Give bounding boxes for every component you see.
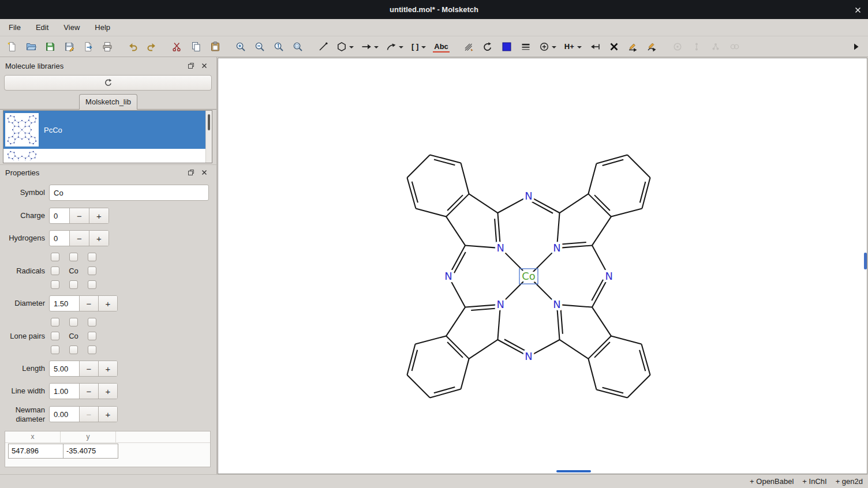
new-file-button[interactable] bbox=[5, 39, 20, 55]
radical-checkbox[interactable] bbox=[88, 266, 96, 275]
drawing-canvas[interactable]: NNNNNNNNCo bbox=[218, 58, 867, 474]
menu-help[interactable]: Help bbox=[87, 20, 118, 35]
lone-pair-checkbox[interactable] bbox=[88, 346, 96, 354]
diameter-increment-button[interactable]: + bbox=[98, 296, 117, 311]
tab-molsketch-lib[interactable]: Molsketch_lib bbox=[79, 94, 137, 110]
ring-tool-button[interactable] bbox=[335, 39, 356, 55]
line-width-increment-button[interactable]: + bbox=[98, 384, 117, 399]
mechanism-arrow-button[interactable] bbox=[384, 39, 405, 55]
copy-button[interactable] bbox=[189, 39, 204, 55]
length-value[interactable]: 5.00 bbox=[50, 361, 79, 376]
ring-pair-disabled-button[interactable] bbox=[727, 39, 742, 55]
draw-bond-button[interactable] bbox=[316, 39, 331, 55]
color-swatch-button[interactable] bbox=[499, 39, 514, 55]
draw-mechanism-button[interactable] bbox=[626, 39, 641, 55]
lone-pair-checkbox[interactable] bbox=[51, 332, 59, 340]
radical-checkbox[interactable] bbox=[51, 280, 59, 289]
edit-mechanism-button[interactable] bbox=[645, 39, 660, 55]
bracket-tool-dropdown-arrow[interactable] bbox=[420, 43, 426, 51]
save-as-button[interactable] bbox=[62, 39, 77, 55]
print-button[interactable] bbox=[100, 39, 115, 55]
charge-tool-dropdown-arrow[interactable] bbox=[550, 43, 557, 51]
symbol-input[interactable] bbox=[49, 185, 209, 201]
canvas-horizontal-scrollbar-thumb[interactable] bbox=[556, 470, 591, 472]
paste-button[interactable] bbox=[208, 39, 223, 55]
rotate-tool-button[interactable] bbox=[480, 39, 495, 55]
newman-increment-button[interactable]: + bbox=[98, 407, 117, 422]
zoom-in-button[interactable] bbox=[233, 39, 248, 55]
arrow-tool-dropdown-arrow[interactable] bbox=[372, 43, 379, 51]
charge-value[interactable]: 0 bbox=[50, 208, 69, 223]
lone-pair-checkbox[interactable] bbox=[51, 346, 59, 354]
lone-pair-checkbox[interactable] bbox=[88, 332, 96, 340]
close-icon bbox=[855, 7, 861, 13]
coord-x-cell[interactable]: 547.896 bbox=[8, 444, 63, 459]
menu-file[interactable]: File bbox=[1, 20, 28, 35]
optimize-disabled-button[interactable] bbox=[670, 39, 685, 55]
hydrogens-increment-button[interactable]: + bbox=[89, 231, 108, 246]
line-width-button[interactable] bbox=[518, 39, 533, 55]
save-file-button[interactable] bbox=[43, 39, 58, 55]
lone-pair-checkbox[interactable] bbox=[51, 318, 59, 326]
newman-decrement-button[interactable]: − bbox=[79, 407, 98, 422]
newman-diameter-value[interactable]: 0.00 bbox=[50, 407, 79, 422]
library-scrollbar[interactable] bbox=[205, 111, 212, 163]
text-tool-button[interactable]: Abc bbox=[432, 39, 451, 55]
mechanism-arrow-dropdown-arrow[interactable] bbox=[397, 43, 404, 51]
hydrogens-value[interactable]: 0 bbox=[50, 231, 69, 246]
toolbar-extender-button[interactable] bbox=[848, 39, 863, 55]
hydrogen-tool-button[interactable]: H+ bbox=[562, 39, 583, 55]
align-tool-button[interactable] bbox=[588, 39, 603, 55]
hatch-tool-button[interactable] bbox=[461, 39, 476, 55]
hydrogens-decrement-button[interactable]: − bbox=[69, 231, 89, 246]
hydrogen-tool-dropdown-arrow[interactable] bbox=[575, 43, 582, 51]
canvas-vertical-scrollbar-thumb[interactable] bbox=[864, 253, 867, 269]
diameter-value[interactable]: 1.50 bbox=[50, 296, 79, 311]
charge-tool-button[interactable] bbox=[537, 39, 558, 55]
length-spinbox: 5.00 − + bbox=[49, 361, 118, 377]
library-item-next-partial[interactable] bbox=[3, 149, 212, 162]
zoom-out-button[interactable] bbox=[252, 39, 267, 55]
delete-tool-button[interactable] bbox=[607, 39, 622, 55]
bracket-tool-button[interactable]: [ ] bbox=[409, 39, 428, 55]
coord-y-cell[interactable]: -35.4075 bbox=[63, 444, 118, 459]
window-close-button[interactable] bbox=[853, 5, 862, 14]
undo-button[interactable] bbox=[125, 39, 140, 55]
charge-increment-button[interactable]: + bbox=[89, 208, 108, 223]
library-item-pcco[interactable]: PcCo bbox=[3, 111, 212, 149]
molecule-drawing[interactable]: NNNNNNNNCo bbox=[393, 141, 664, 412]
arrow-tool-button[interactable] bbox=[360, 39, 380, 55]
radical-checkbox[interactable] bbox=[88, 280, 96, 289]
menu-edit[interactable]: Edit bbox=[28, 20, 56, 35]
bond-info-disabled-button[interactable] bbox=[689, 39, 704, 55]
lone-pair-checkbox[interactable] bbox=[88, 318, 96, 326]
refresh-library-button[interactable] bbox=[4, 75, 212, 91]
zoom-original-button[interactable] bbox=[271, 39, 286, 55]
zoom-fit-button[interactable] bbox=[290, 39, 305, 55]
cut-button[interactable] bbox=[170, 39, 185, 55]
line-width-value[interactable]: 1.00 bbox=[50, 384, 79, 399]
charge-decrement-button[interactable]: − bbox=[69, 208, 89, 223]
radical-checkbox[interactable] bbox=[51, 266, 59, 275]
redo-button[interactable] bbox=[144, 39, 159, 55]
ring-tool-dropdown-arrow[interactable] bbox=[347, 43, 354, 51]
close-panel-icon[interactable] bbox=[200, 168, 209, 177]
lone-pair-checkbox[interactable] bbox=[69, 346, 78, 354]
radical-checkbox[interactable] bbox=[69, 280, 78, 289]
library-scrollbar-thumb[interactable] bbox=[208, 114, 210, 130]
lone-pair-checkbox[interactable] bbox=[69, 318, 78, 326]
radical-checkbox[interactable] bbox=[88, 253, 96, 261]
close-panel-icon[interactable] bbox=[200, 61, 209, 70]
length-increment-button[interactable]: + bbox=[98, 361, 117, 376]
menu-view[interactable]: View bbox=[56, 20, 87, 35]
export-button[interactable] bbox=[81, 39, 96, 55]
radical-checkbox[interactable] bbox=[51, 253, 59, 261]
radical-checkbox[interactable] bbox=[69, 253, 78, 261]
atom-info-disabled-button[interactable] bbox=[708, 39, 723, 55]
open-file-button[interactable] bbox=[24, 39, 39, 55]
float-panel-icon[interactable] bbox=[186, 168, 196, 177]
length-decrement-button[interactable]: − bbox=[79, 361, 98, 376]
line-width-decrement-button[interactable]: − bbox=[79, 384, 98, 399]
diameter-decrement-button[interactable]: − bbox=[79, 296, 98, 311]
float-panel-icon[interactable] bbox=[186, 61, 196, 70]
